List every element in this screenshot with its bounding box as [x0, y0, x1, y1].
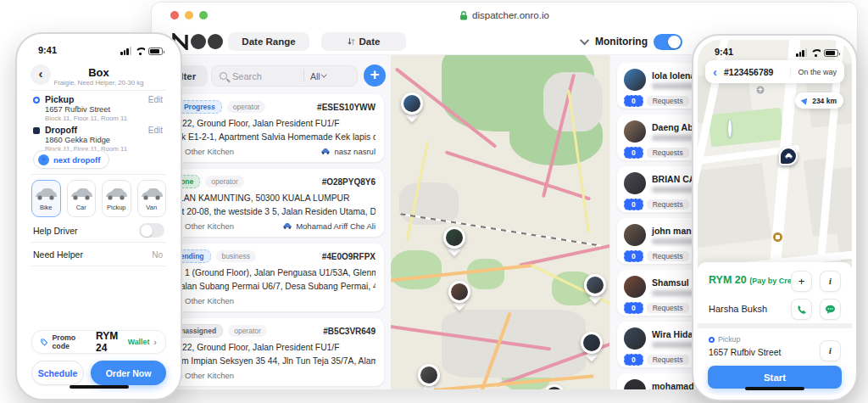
home-indicator[interactable]: [70, 385, 129, 389]
pickup-info-button[interactable]: i: [820, 340, 841, 361]
cell-signal-icon: [796, 48, 807, 57]
toolbar-circle-icon-2[interactable]: [208, 34, 223, 49]
search-input[interactable]: [232, 71, 303, 81]
order-dropoff-address: Unit 20-08, the westside 3 5, Jalan Resi…: [169, 207, 376, 216]
order-search[interactable]: All: [211, 65, 358, 87]
order-role-badge: operator: [228, 325, 267, 337]
order-card[interactable]: In Progress operator #ESES10YWW No 22, G…: [160, 94, 384, 162]
driver-phone: ‹ #123456789 On the way 234 km RYM 20 (P…: [692, 34, 858, 401]
driver-avatar: [624, 276, 646, 298]
next-dropoff-button[interactable]: + next dropoff: [33, 150, 109, 169]
dropoff-address: 1860 Gekka Ridge: [45, 136, 110, 144]
map-block: [698, 163, 771, 248]
vehicle-label: Bike: [40, 204, 53, 211]
close-window-button[interactable]: [170, 11, 179, 20]
search-icon: [220, 72, 227, 80]
date-sort-button[interactable]: Date: [321, 32, 406, 51]
pickup-section-label: Pickup: [709, 335, 740, 344]
add-order-button[interactable]: +: [364, 64, 386, 87]
car-icon: [784, 153, 793, 160]
order-id: #B5C3VR649: [323, 327, 376, 336]
driver-avatar: [403, 95, 420, 112]
driver-requests-label: Requests: [647, 96, 689, 106]
search-scope-select[interactable]: All: [303, 70, 333, 82]
vehicle-option[interactable]: Bike: [31, 180, 61, 217]
pickup-address: 1657 Rufbiv Street: [45, 105, 110, 114]
need-helper-label: Need Helper: [33, 249, 83, 260]
dropoff-label: Dropoff: [45, 125, 77, 135]
order-type-subtitle: Fraigle, Need Helper, 20-30 kg: [21, 79, 176, 87]
promo-code-row[interactable]: Promo code RYM 24 Wallet ›: [31, 330, 166, 354]
tracking-map[interactable]: ‹ #123456789 On the way 234 km: [698, 40, 852, 267]
back-button[interactable]: ‹: [713, 64, 717, 79]
chevron-right-icon[interactable]: ›: [153, 337, 157, 347]
order-pickup-address: No 22, Ground Floor, Jalan President FU1…: [169, 119, 376, 128]
driver-request-count: 0: [624, 147, 643, 159]
window-controls[interactable]: [170, 11, 208, 20]
vehicle-option[interactable]: Pickup: [102, 180, 131, 217]
wifi-icon: [810, 49, 821, 57]
fare-info-button[interactable]: i: [820, 271, 841, 292]
driver-map-pin[interactable]: [401, 92, 423, 120]
order-id: #ESES10YWW: [317, 103, 376, 112]
driver-avatar: [624, 224, 646, 246]
chevron-down-icon[interactable]: [580, 36, 589, 45]
orders-panel: Filter All + In Progress operator #ESES1…: [152, 55, 391, 389]
driver-avatar: [583, 334, 600, 351]
zoom-window-button[interactable]: [199, 11, 208, 20]
driver-request-count: 0: [624, 354, 643, 366]
call-button[interactable]: [791, 299, 812, 320]
add-fare-button[interactable]: +: [791, 271, 812, 292]
driver-map-pin[interactable]: [418, 364, 440, 389]
address-bar-url[interactable]: dispatcher.onro.io: [472, 10, 549, 20]
date-range-button[interactable]: Date Range: [228, 32, 309, 51]
vehicle-label: Car: [76, 204, 86, 211]
vehicle-selector: Bike Car Pickup: [31, 180, 166, 217]
wifi-icon: [135, 48, 145, 55]
driver-map-pin[interactable]: [443, 227, 465, 255]
order-card[interactable]: Unassigned operator #B5C3VR649 No 22, Gr…: [160, 318, 384, 386]
driver-map-pin[interactable]: [581, 332, 603, 360]
dispatch-map[interactable]: ›: [391, 55, 609, 389]
pickup-address-detail: Block 11, Floor 11, Room 11: [45, 115, 127, 122]
pickup-address: 1657 Rufbiv Street: [709, 348, 781, 357]
chat-button[interactable]: [820, 299, 841, 320]
toolbar-circle-icon-1[interactable]: [191, 34, 206, 49]
order-card[interactable]: Done operator #O28PYQ8Y6 JALAN KAMUNTING…: [160, 169, 384, 237]
wallet-link[interactable]: Wallet: [128, 338, 150, 346]
vehicle-icon: [69, 187, 94, 202]
pickup-edit-button[interactable]: Edit: [148, 95, 163, 104]
vehicle-label: Pickup: [107, 204, 126, 211]
driver-avatar: [420, 367, 437, 383]
driver-request-count: 0: [624, 199, 643, 210]
order-card[interactable]: Pending business #4E0O9RFPX No. 1 (Groun…: [160, 243, 384, 311]
order-driver: nasz nasrul: [320, 147, 376, 156]
order-id: #O28PYQ8Y6: [322, 177, 376, 187]
driver-map-pin[interactable]: [543, 384, 565, 389]
driver-requests-label: Requests: [647, 251, 689, 261]
battery-icon: [148, 48, 163, 55]
minimize-window-button[interactable]: [185, 11, 193, 20]
vehicle-option[interactable]: Van: [137, 180, 167, 217]
schedule-button[interactable]: Schedule: [31, 361, 84, 385]
driver-request-count: 0: [624, 95, 643, 107]
order-now-button[interactable]: Order Now: [91, 361, 166, 385]
start-button[interactable]: Start: [708, 366, 842, 389]
driver-map-pin[interactable]: [584, 274, 606, 302]
help-driver-label: Help Driver: [33, 226, 78, 236]
driver-map-pin[interactable]: [448, 281, 470, 309]
help-driver-toggle[interactable]: [139, 223, 164, 238]
driver-avatar: [624, 379, 646, 389]
pickup-icon: [709, 337, 715, 343]
chat-icon: [825, 305, 836, 315]
lock-icon: [459, 11, 468, 20]
destination-pin: [728, 121, 742, 140]
dropoff-edit-button[interactable]: Edit: [148, 126, 163, 135]
monitoring-toggle[interactable]: [654, 34, 682, 50]
home-indicator[interactable]: [745, 387, 804, 390]
driver-avatar: [624, 120, 646, 143]
need-helper-value[interactable]: No: [152, 250, 163, 260]
distance-badge[interactable]: 234 km: [795, 92, 843, 109]
status-time: 9:41: [38, 45, 57, 55]
vehicle-option[interactable]: Car: [67, 180, 97, 217]
